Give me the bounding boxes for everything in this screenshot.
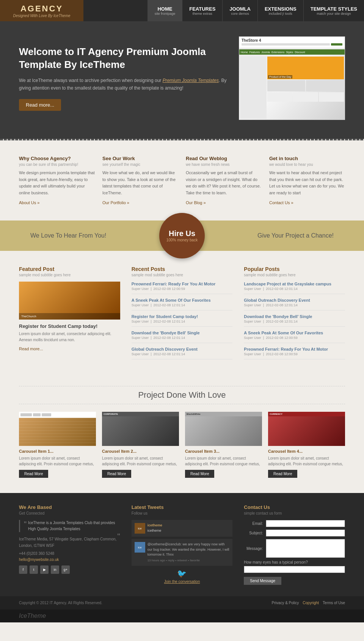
popular-posts-sub: sample mod subtitle goes here <box>244 273 345 277</box>
send-message-button[interactable]: Send Message <box>244 577 281 585</box>
tweet-content-0: icetheme icetheme <box>147 523 162 534</box>
social-icon-facebook[interactable]: f <box>19 565 27 574</box>
message-label: Message: <box>244 547 263 551</box>
project-card-3: CURRENCY Carousel Item 4... Lorem ipsum … <box>268 412 345 478</box>
project-btn-0[interactable]: Read More <box>19 470 48 478</box>
nav-label-home: HOME <box>157 6 172 12</box>
nav-label-features: FEATURES <box>189 6 215 12</box>
featured-post-title: Featured Post <box>19 266 120 272</box>
featured-post-sub: sample mod subtitle goes here <box>19 273 120 277</box>
feature-title-2: Read Our Weblog <box>186 156 262 161</box>
feature-link-0[interactable]: About Us » <box>19 200 39 205</box>
feature-desc-0: We design premium joomla template that l… <box>19 170 95 196</box>
recent-post-meta-1: Super User | 2012-02-08 12:01:14 <box>132 303 233 307</box>
project-desc-0: Lorem ipsum dolor sit amet, consect adip… <box>19 455 96 467</box>
popular-post-link-0[interactable]: Landscape Project at the Grayslake campu… <box>244 282 345 286</box>
footer-email-link[interactable]: hello@mywebsite.co.uk <box>19 558 120 562</box>
popular-post-meta-2: Super User | 2012-02-08 12:01:14 <box>244 320 345 323</box>
recent-post-item-3: Download the 'Bondye Bell' SingleSuper U… <box>132 331 233 343</box>
feature-desc-3: We want to hear about that next project … <box>269 170 345 196</box>
recent-post-item-2: Register for Student Camp today!Super Us… <box>132 314 233 327</box>
popular-post-link-4[interactable]: Preowned Ferrari: Ready For You At Motor <box>244 347 345 351</box>
join-conversation-link[interactable]: Join the conversation <box>132 580 233 584</box>
recent-post-meta-2: Super User | 2012-02-08 12:01:14 <box>132 320 233 323</box>
tweet-avatar-0: ice <box>135 523 145 534</box>
social-icon-google[interactable]: g+ <box>61 565 70 574</box>
popular-posts-title: Popular Posts <box>244 266 345 272</box>
project-image-1: CORPORATE <box>102 412 179 446</box>
popular-post-link-1[interactable]: Global Outreach Discovery Event <box>244 298 345 302</box>
footer-phone: +44 (0)203 360 5248 <box>19 550 120 557</box>
feature-title-1: See Our Work <box>102 156 178 161</box>
featured-read-more-link[interactable]: Read more... <box>19 346 43 351</box>
nav-sub-joomla: core demos <box>231 12 249 16</box>
tweet-avatar-1: ice <box>135 542 145 553</box>
bottom-links: Privacy & Policy Copyright Terms of Use <box>272 601 345 605</box>
hire-banner: We Love To Hear From You! Hire Us 100% m… <box>0 220 364 251</box>
terms-link[interactable]: Terms of Use <box>323 601 345 605</box>
popular-post-meta-3: Super User | 2012-02-08 12:00:59 <box>244 336 345 340</box>
nav-item-features[interactable]: FEATURES theme extras <box>182 0 222 21</box>
popular-post-item-0: Landscape Project at the Grayslake campu… <box>244 282 345 294</box>
feature-link-1[interactable]: Our Portfolio » <box>102 200 129 205</box>
project-btn-1[interactable]: Read More <box>102 470 131 478</box>
tweet-handle-0: icetheme <box>147 528 162 534</box>
project-card-1: CORPORATE Carousel Item 2... Lorem ipsum… <box>102 412 179 478</box>
social-icon-linkedin[interactable]: in <box>51 565 59 574</box>
copyright-link[interactable]: Copyright <box>303 601 319 605</box>
message-row: Message: <box>244 539 345 558</box>
tweet-item-0: ice icetheme icetheme <box>132 520 233 537</box>
header: AGENCY Designed With Love By IceTheme HO… <box>0 0 364 21</box>
project-desc-2: Lorem ipsum dolor sit amet, consect adip… <box>185 455 262 467</box>
recent-post-link-0[interactable]: Preowned Ferrari: Ready For You At Motor <box>132 282 233 286</box>
popular-posts-list: Landscape Project at the Grayslake campu… <box>244 282 345 359</box>
email-input[interactable] <box>266 520 345 527</box>
recent-post-link-2[interactable]: Register for Student Camp today! <box>132 314 233 319</box>
privacy-link[interactable]: Privacy & Policy <box>272 601 299 605</box>
footer-col2-title: Latest Tweets <box>132 504 233 510</box>
social-icon-twitter[interactable]: t <box>30 565 38 574</box>
nav-item-extensions[interactable]: EXTENSIONS included J! tools <box>257 0 303 21</box>
hero-text: Welcome to IT Agency Premium Joomla Temp… <box>19 46 228 110</box>
project-name-3: Carousel Item 4... <box>268 449 345 454</box>
bottom-bar: Copyright © 2012 IT Agency. All Rights R… <box>0 596 364 610</box>
nav-item-joomla[interactable]: JOOMLA core demos <box>222 0 257 21</box>
feature-link-2[interactable]: Our Blog » <box>186 200 206 205</box>
recent-posts-list: Preowned Ferrari: Ready For You At Motor… <box>132 282 233 359</box>
hero-desc: We at IceTheme always want to archive pe… <box>19 77 228 92</box>
zigzag-divider <box>0 135 364 139</box>
social-icon-youtube[interactable]: ▶ <box>40 565 49 574</box>
message-textarea[interactable] <box>266 539 345 558</box>
logo-subtitle: Designed With Love By IceTheme <box>13 14 70 18</box>
hero-title: Welcome to IT Agency Premium Joomla Temp… <box>19 46 228 71</box>
footer-col-tweets: Latest Tweets Follow us ice icetheme ice… <box>132 504 233 585</box>
recent-posts-title: Recent Posts <box>132 266 233 272</box>
hero-read-more-button[interactable]: Read more... <box>19 99 61 111</box>
feature-link-3[interactable]: Contact Us » <box>269 200 293 205</box>
feature-sub-1: see yourself the magic <box>102 162 178 167</box>
popular-post-item-2: Download the 'Bondye Bell' SingleSuper U… <box>244 314 345 327</box>
recent-post-link-4[interactable]: Global Outreach Discovery Event <box>132 347 233 351</box>
captcha-input[interactable] <box>244 566 345 573</box>
popular-post-item-3: A Sneek Peak At Some Of Our FavoritesSup… <box>244 331 345 343</box>
recent-post-item-0: Preowned Ferrari: Ready For You At Motor… <box>132 282 233 294</box>
nav-sub-features: theme extras <box>193 12 212 16</box>
subject-input[interactable] <box>266 529 345 537</box>
nav-item-template[interactable]: TEMPLATE STYLES match your site design <box>303 0 364 21</box>
recent-post-link-1[interactable]: A Sneek Peak At Some Of Our Favorites <box>132 298 233 302</box>
recent-posts-sub: sample mod subtitle goes here <box>132 273 233 277</box>
popular-posts-col: Popular Posts sample mod subtitle goes h… <box>244 266 345 363</box>
project-btn-2[interactable]: Read More <box>185 470 214 478</box>
nav-item-home[interactable]: HOME site frontpage <box>147 0 182 21</box>
recent-post-meta-3: Super User | 2012-02-08 12:01:14 <box>132 336 233 340</box>
recent-posts-col: Recent Posts sample mod subtitle goes he… <box>132 266 233 363</box>
recent-post-link-3[interactable]: Download the 'Bondye Bell' Single <box>132 331 233 335</box>
email-label: Email: <box>244 521 263 526</box>
popular-post-link-3[interactable]: A Sneek Peak At Some Of Our Favorites <box>244 331 345 335</box>
hero-screenshot: TheStore 4 Home Features Joomla Extensio… <box>239 37 345 120</box>
feature-desc-2: Occasionally we get a small burst of vis… <box>186 170 262 196</box>
popular-post-link-2[interactable]: Download the 'Bondye Bell' Single <box>244 314 345 319</box>
nav-label-joomla: JOOMLA <box>229 6 251 12</box>
project-btn-3[interactable]: Read More <box>268 470 297 478</box>
hire-button[interactable]: Hire Us 100% money back <box>159 213 205 258</box>
